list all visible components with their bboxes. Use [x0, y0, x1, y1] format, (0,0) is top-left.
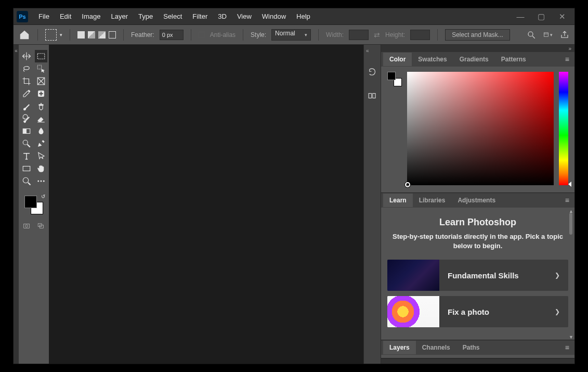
svg-rect-2 — [544, 33, 548, 36]
frame-tool[interactable] — [35, 75, 47, 87]
workspace-switcher-icon[interactable]: ▾ — [543, 30, 553, 40]
menu-layer[interactable]: Layer — [106, 10, 134, 22]
swap-colors-icon[interactable]: ↺ — [41, 194, 45, 199]
move-tool[interactable] — [20, 50, 33, 62]
learn-panel-menu-icon[interactable]: ≡ — [562, 196, 572, 204]
menu-select[interactable]: Select — [158, 10, 187, 22]
learn-scrollbar[interactable]: ▲ ▼ — [568, 208, 573, 340]
pen-tool[interactable] — [35, 137, 47, 150]
maximize-button[interactable]: ▢ — [537, 12, 545, 21]
marquee-rect-tool[interactable] — [35, 50, 47, 62]
lasso-tool[interactable] — [20, 62, 33, 75]
style-select[interactable]: Normal ▾ — [271, 29, 311, 41]
path-select-tool[interactable] — [35, 150, 47, 162]
selection-add-icon[interactable] — [88, 31, 95, 39]
tab-layers[interactable]: Layers — [383, 341, 416, 354]
quick-select-tool[interactable] — [35, 62, 47, 75]
panel-color-swatch[interactable] — [387, 72, 402, 86]
scroll-down-icon[interactable]: ▼ — [569, 335, 573, 339]
feather-input[interactable] — [160, 30, 184, 40]
screenmode-icon[interactable] — [36, 223, 46, 230]
tab-color[interactable]: Color — [383, 53, 412, 66]
style-label: Style: — [251, 31, 266, 39]
tab-libraries[interactable]: Libraries — [413, 194, 452, 207]
eraser-tool[interactable] — [35, 112, 47, 125]
rectangle-tool[interactable] — [20, 162, 33, 175]
mid-collapse-handle[interactable]: « — [364, 48, 369, 54]
hue-cursor[interactable] — [568, 182, 571, 187]
tab-channels[interactable]: Channels — [416, 341, 456, 354]
selection-subtract-icon[interactable] — [98, 31, 106, 39]
left-panel-collapse[interactable]: « — [14, 45, 19, 364]
chevron-right-icon: ❯ — [546, 308, 568, 315]
foreground-color-swatch[interactable] — [24, 196, 37, 208]
clone-tool[interactable] — [35, 100, 47, 112]
tab-swatches[interactable]: Swatches — [412, 53, 453, 66]
tab-patterns[interactable]: Patterns — [495, 53, 532, 66]
tab-gradients[interactable]: Gradients — [453, 53, 495, 66]
eyedropper-tool[interactable] — [20, 87, 33, 100]
healing-tool[interactable] — [35, 87, 47, 100]
minimize-button[interactable]: — — [516, 12, 525, 21]
brush-tool[interactable] — [20, 100, 33, 112]
svg-line-17 — [28, 145, 30, 147]
svg-point-19 — [23, 177, 29, 183]
svg-rect-4 — [37, 54, 45, 59]
style-value: Normal — [275, 30, 295, 37]
share-icon[interactable] — [560, 30, 569, 40]
search-icon[interactable] — [527, 30, 536, 40]
sb-cursor[interactable] — [405, 182, 410, 187]
menu-type[interactable]: Type — [133, 10, 158, 22]
tool-preset-icon[interactable] — [45, 29, 57, 41]
history-icon[interactable] — [367, 66, 378, 78]
color-panel-menu-icon[interactable]: ≡ — [562, 55, 572, 63]
menu-window[interactable]: Window — [257, 10, 291, 22]
panel-fg-color[interactable] — [387, 72, 396, 80]
blur-tool[interactable] — [35, 125, 47, 137]
hue-slider[interactable] — [559, 72, 568, 185]
right-collapse-handle[interactable]: » — [381, 45, 574, 52]
tab-learn[interactable]: Learn — [383, 194, 413, 207]
window-controls: — ▢ ✕ — [516, 12, 571, 21]
canvas-area[interactable] — [49, 45, 363, 364]
tab-adjustments[interactable]: Adjustments — [451, 194, 502, 207]
scroll-up-icon[interactable]: ▲ — [569, 209, 573, 213]
scroll-thumb[interactable] — [569, 213, 572, 235]
menu-image[interactable]: Image — [76, 10, 106, 22]
tool-preset-caret[interactable]: ▾ — [60, 32, 62, 37]
properties-icon[interactable] — [367, 90, 378, 101]
select-and-mask-button[interactable]: Select and Mask... — [445, 29, 510, 41]
close-button[interactable]: ✕ — [558, 12, 566, 21]
menu-file[interactable]: File — [33, 10, 55, 22]
menu-edit[interactable]: Edit — [55, 10, 76, 22]
gradient-tool[interactable] — [20, 125, 33, 137]
zoom-tool[interactable] — [20, 175, 33, 187]
color-swatch[interactable]: ↺ — [22, 194, 45, 216]
svg-rect-18 — [23, 166, 30, 171]
history-brush-tool[interactable] — [20, 112, 33, 125]
layers-panel-menu-icon[interactable]: ≡ — [562, 343, 572, 352]
tab-paths[interactable]: Paths — [456, 341, 486, 354]
home-button[interactable] — [19, 29, 30, 41]
selection-new-icon[interactable] — [77, 31, 85, 39]
svg-point-21 — [37, 181, 39, 182]
learn-card[interactable]: Fundamental Skills❯ — [387, 260, 568, 291]
crop-tool[interactable] — [20, 75, 33, 87]
options-bar: ▾ Feather: Anti-alias Style: Normal ▾ Wi… — [14, 25, 574, 45]
more-tool[interactable] — [35, 175, 47, 187]
learn-card[interactable]: Fix a photo❯ — [387, 296, 568, 327]
type-tool[interactable] — [20, 150, 33, 162]
selection-intersect-icon[interactable] — [109, 31, 116, 39]
menu-view[interactable]: View — [232, 10, 257, 22]
hand-tool[interactable] — [35, 162, 47, 175]
learn-card-thumbnail — [387, 260, 439, 291]
menu-help[interactable]: Help — [291, 10, 316, 22]
height-input — [410, 30, 430, 40]
menu-filter[interactable]: Filter — [187, 10, 213, 22]
saturation-brightness-picker[interactable] — [407, 72, 554, 185]
dodge-tool[interactable] — [20, 137, 33, 150]
quickmask-icon[interactable] — [22, 223, 31, 230]
width-label: Width: — [326, 31, 344, 39]
learn-title: Learn Photoshop — [387, 217, 568, 228]
menu-3d[interactable]: 3D — [213, 10, 232, 22]
